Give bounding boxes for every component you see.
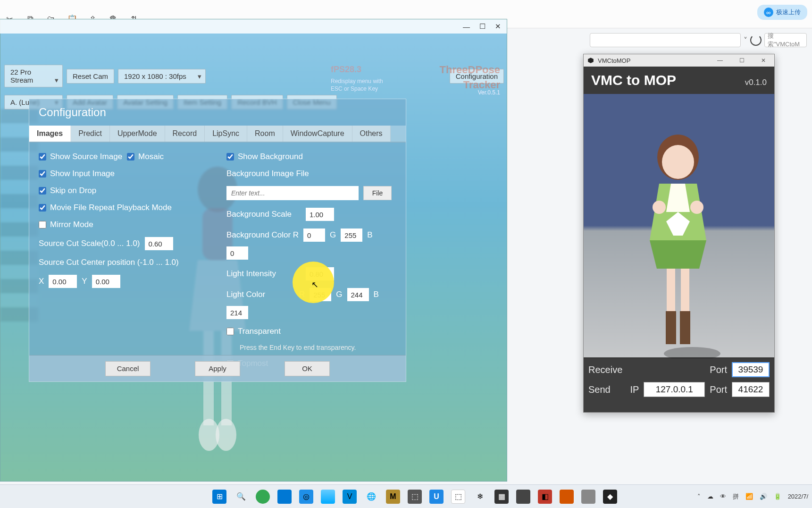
bg-color-label: Background Color R: [226, 230, 299, 240]
app-icon-14[interactable]: [560, 490, 574, 504]
reset-cam-button[interactable]: Reset Cam: [67, 69, 114, 84]
vmc-close-icon[interactable]: ✕: [753, 54, 774, 67]
app-icon-4[interactable]: [321, 490, 335, 504]
transparent-checkbox[interactable]: Transparent: [226, 327, 396, 336]
b-label-1: B: [367, 230, 372, 240]
svg-point-15: [653, 201, 666, 214]
tab-images[interactable]: Images: [29, 126, 71, 142]
taskbar-center: ⊞ 🔍 ◎ V 🌐 M ⬚ U ⬚ ❄ ▦ ◧ ◆: [212, 490, 617, 504]
vmc-viewport[interactable]: [584, 94, 774, 358]
camera-select[interactable]: 22 Pro Stream: [4, 65, 63, 87]
svg-rect-13: [680, 311, 690, 344]
tab-record[interactable]: Record: [165, 126, 205, 142]
configuration-tabs: Images Predict UpperMode Record LipSync …: [29, 126, 406, 143]
tray-chevron-icon[interactable]: ˄: [697, 493, 701, 500]
skip-drop-checkbox[interactable]: Skip on Drop: [39, 186, 209, 195]
upload-button[interactable]: ∞ 极速上传: [757, 5, 807, 20]
tray-eye-icon[interactable]: 👁: [720, 493, 726, 500]
close-icon[interactable]: ✕: [495, 22, 501, 31]
address-box[interactable]: [590, 33, 741, 47]
configuration-panel: Configuration Images Predict UpperMode R…: [29, 99, 406, 382]
send-port-input[interactable]: [732, 382, 770, 397]
app-logo-line1: ThreeDPose: [440, 64, 500, 76]
app-icon-u[interactable]: U: [429, 490, 444, 504]
show-source-checkbox[interactable]: Show Source Image: [39, 152, 122, 161]
mosaic-checkbox[interactable]: Mosaic: [127, 152, 164, 161]
bg-g-input[interactable]: [341, 229, 362, 242]
cursor-icon: ↖: [311, 279, 318, 290]
tray-wifi-icon[interactable]: 📶: [745, 493, 753, 500]
src-cut-scale-input[interactable]: [145, 237, 173, 250]
bg-r-input[interactable]: [303, 229, 325, 242]
app-icon-1[interactable]: [256, 490, 270, 504]
tab-windowcapture[interactable]: WindowCapture: [283, 126, 352, 142]
cut-center-x-input[interactable]: [49, 275, 77, 288]
tray-battery-icon[interactable]: 🔋: [774, 493, 781, 500]
tray-volume-icon[interactable]: 🔊: [760, 493, 767, 500]
tdp-titlebar[interactable]: — ☐ ✕: [0, 19, 507, 34]
search-input[interactable]: 搜索"VMCtoM: [764, 33, 807, 47]
vmc-maximize-icon[interactable]: ☐: [731, 54, 753, 67]
movie-repeat-checkbox[interactable]: Movie File Repeat Playback Mode: [39, 203, 209, 212]
src-cut-scale-label: Source Cut Scale(0.0 ... 1.0): [39, 239, 140, 248]
file-button[interactable]: File: [363, 186, 392, 200]
receive-port-input[interactable]: [732, 362, 770, 377]
app-icon-11[interactable]: ▦: [494, 490, 509, 504]
svg-point-9: [662, 145, 694, 179]
search-icon[interactable]: 🔍: [234, 490, 248, 504]
minimize-icon[interactable]: —: [463, 23, 470, 31]
mosaic-label: Mosaic: [138, 152, 164, 161]
show-background-checkbox[interactable]: Show Background: [226, 152, 396, 161]
bg-b-input[interactable]: [226, 246, 248, 260]
ok-button[interactable]: OK: [285, 361, 330, 376]
cfg-right-column: Show Background Background Image File Fi…: [226, 152, 396, 368]
bg-scale-input[interactable]: [306, 208, 334, 221]
tab-room[interactable]: Room: [247, 126, 283, 142]
apply-button[interactable]: Apply: [195, 361, 240, 376]
vmc-titlebar[interactable]: VMCtoMOP — ☐ ✕: [584, 54, 774, 67]
chevron-down-icon[interactable]: ˅: [744, 36, 747, 45]
light-int-label: Light Intensity: [226, 269, 301, 279]
tab-others[interactable]: Others: [352, 126, 391, 142]
send-port-label: Port: [710, 384, 727, 395]
light-b-input[interactable]: [226, 306, 248, 319]
tab-predict[interactable]: Predict: [71, 126, 110, 142]
maximize-icon[interactable]: ☐: [479, 22, 486, 31]
app-icon-10[interactable]: ❄: [473, 490, 487, 504]
start-icon[interactable]: ⊞: [212, 490, 226, 504]
app-icon-12[interactable]: [516, 490, 530, 504]
app-icon-5[interactable]: V: [343, 490, 357, 504]
mirror-checkbox[interactable]: Mirror Mode: [39, 220, 209, 229]
cut-center-y-input[interactable]: [92, 275, 120, 288]
g-label-1: G: [330, 230, 336, 240]
refresh-icon[interactable]: [750, 34, 762, 46]
tab-lipsync[interactable]: LipSync: [205, 126, 247, 142]
vmc-minimize-icon[interactable]: —: [709, 54, 731, 67]
tray-date[interactable]: 2022/7/: [788, 493, 808, 500]
app-icon-3[interactable]: ◎: [299, 490, 313, 504]
chrome-icon[interactable]: 🌐: [364, 490, 378, 504]
upload-label: 极速上传: [776, 8, 801, 17]
configuration-body: Show Source Image Mosaic Show Input Imag…: [29, 143, 406, 378]
unity-taskbar-icon[interactable]: ◆: [603, 490, 617, 504]
light-g-input[interactable]: [347, 288, 369, 301]
tray-lang-icon[interactable]: 拼: [733, 492, 739, 501]
taskbar[interactable]: ⊞ 🔍 ◎ V 🌐 M ⬚ U ⬚ ❄ ▦ ◧ ◆ ˄ ☁ 👁 拼 📶: [0, 484, 812, 508]
cancel-button[interactable]: Cancel: [105, 361, 151, 376]
app-icon-2[interactable]: [277, 490, 292, 504]
app-icon-15[interactable]: [581, 490, 595, 504]
app-icon-7[interactable]: ⬚: [408, 490, 422, 504]
svg-rect-12: [666, 311, 676, 344]
app-version: Ver.0.5.1: [478, 89, 500, 96]
bg-file-input[interactable]: [226, 186, 359, 200]
tray-cloud-icon[interactable]: ☁: [707, 493, 713, 500]
resolution-select[interactable]: 1920 x 1080 : 30fps: [118, 69, 206, 84]
app-icon-9[interactable]: ⬚: [451, 490, 465, 504]
app-icon-13[interactable]: ◧: [538, 490, 552, 504]
show-input-checkbox[interactable]: Show Input Image: [39, 169, 209, 178]
app-icon-m[interactable]: M: [386, 490, 400, 504]
tab-uppermode[interactable]: UpperMode: [110, 126, 165, 142]
ip-input[interactable]: [644, 382, 705, 397]
receive-port-label: Port: [710, 364, 727, 375]
tdp-window: — ☐ ✕ 22 Pro Stream Reset Cam 1920 x 108…: [0, 19, 507, 482]
